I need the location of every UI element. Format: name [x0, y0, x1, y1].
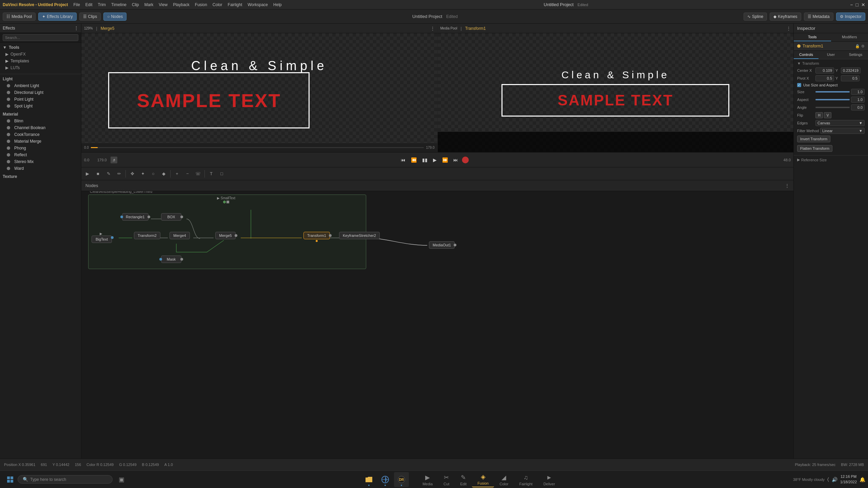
- tools-section[interactable]: ▼ Tools: [0, 44, 81, 51]
- keyframes-btn[interactable]: ◆ Keyframes: [770, 13, 801, 21]
- reflect-item[interactable]: Reflect: [0, 151, 81, 158]
- center-x-value[interactable]: 0.109: [815, 67, 834, 74]
- pointer-tool[interactable]: ▶: [83, 169, 92, 178]
- node-settings-btn[interactable]: ⚙: [861, 44, 865, 48]
- mask-tool[interactable]: ○: [149, 169, 158, 178]
- phong-item[interactable]: Phong: [0, 145, 81, 151]
- browser-icon[interactable]: [378, 472, 393, 487]
- nav-media[interactable]: ▶ Media: [417, 472, 438, 487]
- transform-tool[interactable]: ✥: [127, 169, 137, 178]
- subtab-controls[interactable]: Controls: [794, 51, 818, 59]
- menu-edit[interactable]: Edit: [85, 2, 93, 7]
- minimize-btn[interactable]: −: [850, 2, 853, 7]
- record-btn[interactable]: [462, 157, 469, 163]
- start-button[interactable]: [3, 472, 18, 487]
- inspector-btn[interactable]: ⚙ Inspector: [836, 13, 865, 21]
- text-tool[interactable]: T: [206, 169, 216, 178]
- center-y-value[interactable]: 0.232419: [841, 67, 861, 74]
- subtab-user[interactable]: User: [818, 51, 843, 59]
- luts-item[interactable]: ▶ LUTs: [0, 64, 81, 71]
- close-btn[interactable]: ✕: [861, 2, 865, 7]
- right-vp-menu[interactable]: ⋮: [787, 26, 791, 31]
- stereo-mix-item[interactable]: Stereo Mix: [0, 158, 81, 165]
- menu-playback[interactable]: Playback: [173, 2, 190, 7]
- go-start-btn[interactable]: ⏮: [399, 157, 407, 163]
- pivot-x-value[interactable]: 0.5: [815, 75, 834, 81]
- size-value[interactable]: 1.0: [851, 89, 865, 95]
- flip-h-btn[interactable]: H: [815, 112, 823, 118]
- inspector-tab-tools[interactable]: Tools: [794, 33, 831, 41]
- go-end-btn[interactable]: ⏭: [452, 157, 459, 163]
- search-bar[interactable]: 🔍 Type here to search: [18, 475, 113, 484]
- shape-tool[interactable]: □: [217, 169, 226, 178]
- nav-color[interactable]: ◢ Color: [494, 472, 514, 487]
- nav-fusion[interactable]: ◈ Fusion: [472, 472, 494, 487]
- reference-size-title[interactable]: ▶ Reference Size: [797, 158, 865, 162]
- menu-view[interactable]: View: [159, 2, 167, 7]
- node-merge4[interactable]: Merge4: [170, 232, 190, 239]
- nav-fairlight[interactable]: ♫ Fairlight: [514, 473, 538, 487]
- node-transform1[interactable]: Transform1: [303, 232, 330, 239]
- directional-light-item[interactable]: Directional Light: [0, 89, 81, 96]
- task-view-btn[interactable]: ▣: [114, 472, 129, 487]
- left-timeline-track[interactable]: [91, 147, 424, 148]
- invert-transform-btn[interactable]: Invert Transform: [797, 136, 830, 142]
- spline-btn[interactable]: ∿ Spline: [744, 13, 767, 21]
- node-mediaout[interactable]: MediaOut1: [429, 241, 455, 249]
- metadata-btn[interactable]: ☰ Metadata: [804, 13, 833, 21]
- inspector-tab-modifiers[interactable]: Modifiers: [831, 33, 868, 41]
- menu-mark[interactable]: Mark: [144, 2, 154, 7]
- node-transform2[interactable]: Transform2: [134, 232, 160, 239]
- play-btn[interactable]: ▶: [432, 157, 438, 163]
- ambient-light-item[interactable]: Ambient Light: [0, 82, 81, 89]
- transform-section-title[interactable]: ▼ Transform: [797, 61, 865, 65]
- size-slider[interactable]: [815, 91, 850, 93]
- angle-slider[interactable]: [815, 107, 850, 108]
- step-back-btn[interactable]: ⏪: [410, 157, 418, 163]
- zoom-out-tool[interactable]: −: [183, 169, 192, 178]
- cooktorrance-item[interactable]: CookTorrance: [0, 131, 81, 138]
- nodes-btn[interactable]: ○ Nodes: [103, 13, 126, 21]
- node-rectangle1[interactable]: Rectangle1: [122, 213, 149, 221]
- material-merge-item[interactable]: Material Merge: [0, 138, 81, 145]
- blinn-item[interactable]: Blinn: [0, 118, 81, 124]
- aspect-value[interactable]: 1.0: [851, 97, 865, 103]
- clips-btn[interactable]: ☰ Clips: [79, 13, 101, 21]
- warp-tool[interactable]: ✦: [138, 169, 147, 178]
- node-keyframe[interactable]: KeyframeStretcher2: [339, 232, 380, 239]
- effects-panel-menu[interactable]: ⋮: [74, 26, 78, 30]
- step-forward-btn[interactable]: ⏩: [441, 157, 449, 163]
- templates-item[interactable]: ▶ Templates: [0, 58, 81, 64]
- channel-boolean-item[interactable]: Channel Boolean: [0, 124, 81, 131]
- system-clock[interactable]: 12:16 PM 1/18/2022: [840, 474, 857, 485]
- menu-fusion[interactable]: Fusion: [195, 2, 207, 7]
- menu-color[interactable]: Color: [213, 2, 222, 7]
- nav-cut[interactable]: ✂ Cut: [438, 472, 455, 487]
- edges-select[interactable]: Canvas ▼: [815, 120, 865, 126]
- brush-tool[interactable]: ✏: [114, 169, 124, 178]
- menu-fairlight[interactable]: Fairlight: [228, 2, 242, 7]
- openfx-item[interactable]: ▶ OpenFX: [0, 51, 81, 58]
- pivot-y-value[interactable]: 0.5: [841, 75, 860, 81]
- file-explorer-icon[interactable]: [361, 472, 376, 487]
- menu-workspace[interactable]: Workspace: [248, 2, 268, 7]
- left-vp-menu[interactable]: ⋮: [431, 26, 435, 31]
- node-merge5[interactable]: Merge5: [215, 232, 236, 239]
- flatten-transform-btn[interactable]: Flatten Transform: [797, 145, 832, 152]
- audio-btn[interactable]: ♬: [111, 157, 117, 163]
- hand-tool[interactable]: ☏: [193, 169, 203, 178]
- nav-edit[interactable]: ✎ Edit: [455, 472, 472, 487]
- menu-clip[interactable]: Clip: [132, 2, 139, 7]
- menu-help[interactable]: Help: [273, 2, 282, 7]
- nodes-menu-btn[interactable]: ⋮: [785, 183, 789, 188]
- node-lock-btn[interactable]: 🔒: [855, 44, 860, 48]
- menu-timeline[interactable]: Timeline: [111, 2, 126, 7]
- clone-tool[interactable]: ◆: [159, 169, 169, 178]
- node-mask[interactable]: Mask: [161, 256, 181, 263]
- effects-library-btn[interactable]: ✦ Effects Library: [38, 13, 76, 21]
- menu-trim[interactable]: Trim: [98, 2, 106, 7]
- media-pool-btn[interactable]: ☷ Media Pool: [3, 13, 36, 21]
- davinci-taskbar-icon[interactable]: DR: [394, 472, 409, 487]
- spot-light-item[interactable]: Spot Light: [0, 103, 81, 109]
- angle-value[interactable]: 0.0: [851, 104, 865, 110]
